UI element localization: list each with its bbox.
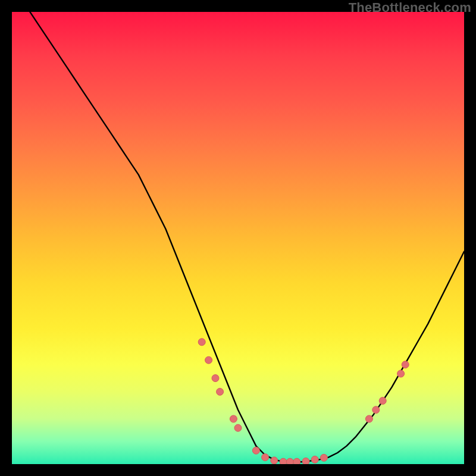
bottleneck-curve	[30, 12, 464, 462]
plot-area	[12, 12, 464, 464]
data-dot	[302, 458, 309, 464]
data-dot	[198, 339, 205, 346]
data-dot	[234, 424, 242, 431]
data-dot	[217, 388, 224, 395]
data-dot	[271, 457, 278, 464]
data-dot	[365, 415, 372, 422]
data-dot	[262, 454, 269, 461]
data-dot	[379, 397, 386, 405]
data-dots	[198, 339, 409, 464]
data-dot	[212, 375, 219, 382]
data-dot	[320, 454, 327, 461]
curve-svg	[12, 12, 464, 464]
data-dot	[372, 406, 380, 414]
data-dot	[252, 447, 259, 454]
data-dot	[205, 356, 212, 364]
data-dot	[286, 458, 293, 464]
data-dot	[397, 370, 405, 377]
data-dot	[280, 458, 287, 464]
data-dot	[230, 415, 237, 422]
data-dot	[293, 458, 300, 464]
stage: TheBottleneck.com	[0, 0, 476, 476]
data-dot	[402, 361, 409, 368]
data-dot	[311, 456, 318, 463]
